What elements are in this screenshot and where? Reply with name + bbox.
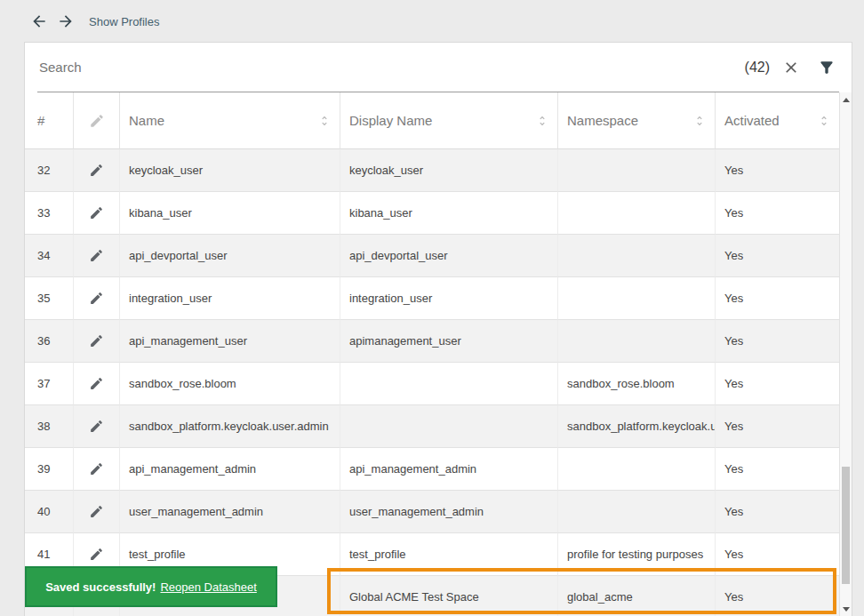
scroll-down-button[interactable] (840, 602, 852, 616)
activated-cell: Yes (716, 448, 839, 491)
row-number-cell: 39 (25, 448, 74, 491)
display-name-cell: kibana_user (340, 192, 558, 235)
name-cell: sandbox_rose.bloom (120, 363, 340, 405)
display-name-cell: test_profile (340, 533, 558, 576)
toast-notification: Saved successfully! Reopen Datasheet (25, 566, 277, 607)
pencil-icon (89, 113, 105, 129)
table-row[interactable]: 32 keycloak_user keycloak_user Yes (25, 149, 852, 192)
table-row[interactable]: 33 kibana_user kibana_user Yes (25, 192, 852, 235)
namespace-cell: profile for testing purposes (558, 533, 716, 576)
edit-pencil-button[interactable] (89, 333, 104, 348)
scroll-up-arrow-icon (843, 98, 850, 102)
edit-cell (74, 491, 120, 533)
sort-icon (536, 115, 548, 127)
sort-icon (693, 115, 706, 127)
result-count: (42) (745, 60, 770, 76)
activated-cell: Yes (716, 149, 839, 192)
edit-pencil-button[interactable] (89, 376, 104, 391)
row-number-cell: 40 (25, 491, 74, 533)
row-number-cell: 32 (25, 149, 74, 192)
row-number-cell: 35 (25, 277, 74, 320)
name-cell: api_management_user (120, 320, 340, 363)
close-icon (782, 59, 800, 76)
name-cell: integration_user (120, 277, 340, 320)
activated-cell: Yes (716, 533, 839, 576)
edit-pencil-button[interactable] (89, 461, 104, 476)
pencil-icon (89, 419, 104, 434)
display-name-cell: keycloak_user (340, 149, 558, 192)
table-row[interactable]: 35 integration_user integration_user Yes (25, 277, 852, 320)
name-cell: keycloak_user (120, 149, 340, 192)
row-number-cell: 33 (25, 192, 74, 235)
pencil-icon (89, 376, 104, 391)
display-name-cell: apimanagement_user (340, 320, 558, 363)
namespace-cell (558, 192, 716, 235)
search-bar: (42) (37, 43, 839, 92)
table-row[interactable]: 37 sandbox_rose.bloom sandbox_rose.bloom… (25, 363, 852, 405)
activated-cell: Yes (716, 277, 839, 320)
namespace-cell: global_acme (558, 576, 716, 616)
display-name-cell (340, 363, 558, 405)
table-row[interactable]: 39 api_management_admin api_management_a… (25, 448, 852, 491)
table-row[interactable]: 34 api_devportal_user api_devportal_user… (25, 235, 852, 277)
namespace-cell: sandbox_platform.keycloak.user.admin (558, 405, 716, 448)
edit-pencil-button[interactable] (89, 163, 104, 178)
table-row[interactable]: 40 user_management_admin user_management… (25, 491, 852, 533)
pencil-icon (89, 333, 104, 348)
edit-pencil-button[interactable] (89, 547, 104, 562)
table-row[interactable]: 36 api_management_user apimanagement_use… (25, 320, 852, 363)
scroll-up-button[interactable] (840, 92, 852, 107)
pencil-icon (89, 291, 104, 306)
name-cell: user_management_admin (120, 491, 340, 533)
header-edit (74, 92, 120, 149)
namespace-cell (558, 277, 716, 320)
edit-pencil-button[interactable] (89, 248, 104, 263)
pencil-icon (89, 205, 104, 220)
filter-icon (818, 59, 836, 76)
name-cell: kibana_user (120, 192, 340, 235)
activated-cell: Yes (716, 235, 839, 277)
display-name-cell (340, 405, 558, 448)
edit-cell (74, 448, 120, 491)
edit-pencil-button[interactable] (89, 205, 104, 220)
display-name-cell: api_devportal_user (340, 235, 558, 277)
activated-cell: Yes (716, 576, 839, 616)
vertical-scrollbar[interactable] (839, 92, 852, 616)
search-input[interactable] (37, 59, 738, 76)
namespace-cell (558, 491, 716, 533)
forward-button[interactable] (57, 12, 75, 30)
table-row[interactable]: 38 sandbox_platform.keycloak.user.admin … (25, 405, 852, 448)
clear-search-button[interactable] (782, 59, 800, 76)
toast-message: Saved successfully! (45, 580, 156, 594)
header-display-name[interactable]: Display Name (340, 92, 558, 149)
header-name[interactable]: Name (120, 92, 340, 149)
edit-pencil-button[interactable] (89, 291, 104, 306)
pencil-icon (89, 163, 104, 178)
edit-pencil-button[interactable] (89, 504, 104, 519)
topbar: Show Profiles (0, 0, 864, 43)
edit-cell (74, 363, 120, 405)
page-title: Show Profiles (89, 15, 159, 28)
sort-icon (818, 115, 830, 127)
activated-cell: Yes (716, 320, 839, 363)
scroll-down-arrow-icon (843, 607, 850, 612)
pencil-icon (89, 461, 104, 476)
scrollbar-thumb[interactable] (842, 467, 850, 584)
pencil-icon (89, 547, 104, 562)
edit-pencil-button[interactable] (89, 419, 104, 434)
header-activated[interactable]: Activated (716, 92, 839, 149)
back-button[interactable] (30, 12, 48, 30)
profiles-panel: (42) # Name Display Name Namespace Activ… (25, 43, 852, 616)
header-namespace[interactable]: Namespace (558, 92, 716, 149)
arrow-back-icon (30, 12, 48, 30)
activated-cell: Yes (716, 363, 839, 405)
activated-cell: Yes (716, 405, 839, 448)
namespace-cell (558, 235, 716, 277)
name-cell: api_devportal_user (120, 235, 340, 277)
header-number: # (25, 92, 74, 149)
pencil-icon (89, 248, 104, 263)
reopen-datasheet-link[interactable]: Reopen Datasheet (160, 580, 256, 594)
filter-button[interactable] (818, 59, 836, 76)
edit-cell (74, 405, 120, 448)
row-number-cell: 36 (25, 320, 74, 363)
